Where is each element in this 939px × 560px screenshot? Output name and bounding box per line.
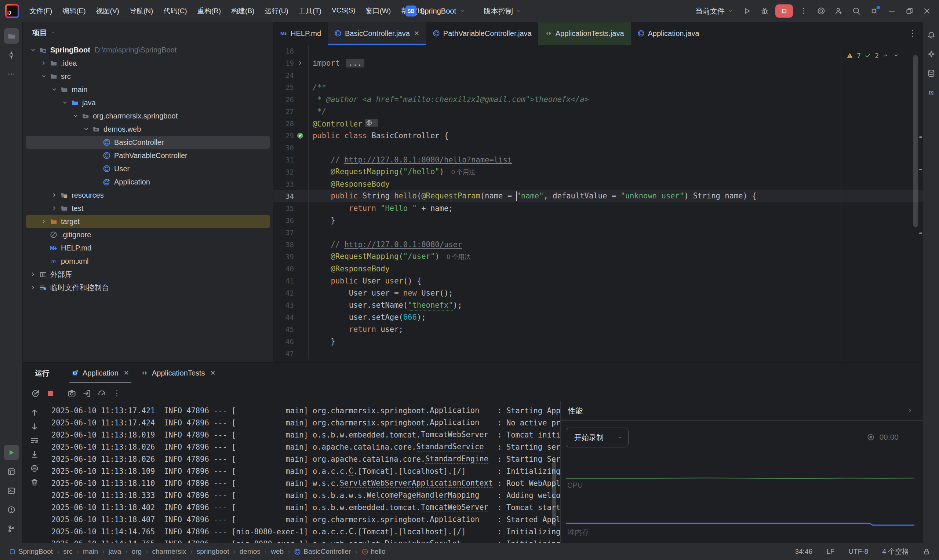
status-item[interactable]: UTF-8	[848, 548, 868, 555]
tree-item-demos.web[interactable]: demos.web	[26, 123, 270, 136]
tree-item-org.charmersix.springboot[interactable]: org.charmersix.springboot	[26, 109, 270, 123]
settings-button[interactable]	[867, 5, 881, 17]
chevron-down-icon[interactable]	[893, 52, 899, 58]
console-output[interactable]: 2025-06-10 11:13:17.421 INFO 47896 --- […	[51, 405, 560, 543]
chevron-down-icon[interactable]	[612, 435, 628, 440]
run-button[interactable]	[740, 5, 754, 17]
close-button[interactable]	[920, 5, 934, 17]
tree-item-main[interactable]: main	[26, 83, 270, 96]
logger-link[interactable]: Application	[430, 418, 479, 427]
tree-item--[interactable]: 临时文件和控制台	[26, 281, 270, 294]
console-scrollbar[interactable]	[552, 460, 556, 526]
warning-stripe-mark[interactable]	[919, 169, 922, 170]
start-recording-button[interactable]: 开始录制	[566, 428, 629, 448]
vcs-widget[interactable]: 版本控制	[484, 6, 522, 16]
breadcrumb-main[interactable]: main	[83, 548, 98, 555]
minimize-button[interactable]	[885, 5, 899, 17]
menu-c[interactable]: 代码(C)	[158, 3, 192, 19]
tool-window-button-run[interactable]	[4, 445, 19, 460]
tree-item-.gitignore[interactable]: .gitignore	[26, 228, 270, 241]
scroll-end-icon[interactable]	[30, 450, 39, 459]
tool-window-button-project[interactable]	[4, 28, 19, 44]
lock-icon[interactable]	[923, 548, 930, 555]
rerun-icon[interactable]	[31, 389, 40, 398]
tree-item-src[interactable]: src	[26, 70, 270, 83]
tree-item-application[interactable]: Application	[26, 175, 270, 189]
tool-window-button-commit[interactable]	[4, 47, 19, 63]
status-item[interactable]: 34:46	[795, 548, 813, 555]
tool-window-button-maven[interactable]: m	[924, 85, 939, 100]
logger-link[interactable]: C	[348, 466, 353, 475]
tree-item-target[interactable]: target	[26, 215, 270, 228]
screenshot-icon[interactable]	[67, 389, 76, 398]
arrow-down-icon[interactable]	[30, 422, 39, 431]
logger-link[interactable]: Application	[430, 515, 479, 524]
editor-tab-applicationtests-java[interactable]: ApplicationTests.java	[538, 22, 631, 45]
spring-leaf-icon[interactable]	[296, 132, 304, 139]
profiler-icon[interactable]	[97, 389, 106, 398]
arrow-up-icon[interactable]	[30, 408, 39, 417]
project-panel-header[interactable]: 项目	[23, 22, 273, 43]
tree-item-resources[interactable]: resources	[26, 189, 270, 202]
code-with-me-button[interactable]	[832, 5, 846, 17]
search-everywhere-button[interactable]	[850, 5, 863, 17]
chevron-right-icon[interactable]	[40, 218, 49, 225]
chevron-right-icon[interactable]	[29, 284, 39, 291]
tool-window-button-ai-assistant[interactable]	[924, 46, 939, 62]
chevron-down-icon[interactable]	[40, 72, 49, 80]
menu-r[interactable]: 重构(R)	[192, 3, 226, 19]
run-tab-application[interactable]: Application✕	[66, 363, 135, 383]
breadcrumb-java[interactable]: java	[109, 548, 122, 555]
logger-link[interactable]: WelcomePageHandlerMapping	[367, 491, 479, 500]
breadcrumb-springboot[interactable]: SpringBoot	[9, 548, 53, 555]
tree-item-pom.xml[interactable]: mpom.xml	[26, 254, 270, 268]
chevron-down-icon[interactable]	[72, 112, 82, 120]
tool-window-button-more-tool-windows[interactable]	[4, 66, 19, 82]
menu-w[interactable]: 窗口(W)	[360, 3, 396, 19]
more-actions-button[interactable]	[797, 5, 811, 17]
tree-item-java[interactable]: java	[26, 96, 270, 109]
chevron-right-icon[interactable]	[29, 271, 39, 278]
logger-link[interactable]: TomcatWebServer	[421, 503, 489, 512]
logger-link[interactable]: StandardEngine	[425, 454, 489, 463]
chevron-down-icon[interactable]	[61, 99, 71, 106]
warning-stripe-mark[interactable]	[919, 232, 922, 234]
chevron-right-icon[interactable]	[907, 408, 913, 414]
chevron-down-icon[interactable]	[51, 86, 60, 93]
logger-link[interactable]: TomcatWebServer	[421, 430, 489, 439]
tree-item-test[interactable]: test	[26, 202, 270, 215]
debug-button[interactable]	[758, 5, 772, 17]
breadcrumb-hello[interactable]: mhello	[361, 548, 385, 555]
idea-logo-icon[interactable]: IJ	[5, 4, 19, 18]
tool-window-button-terminal[interactable]	[4, 483, 19, 498]
editor-tab-help-md[interactable]: MHELP.md	[273, 22, 328, 45]
breadcrumb-org[interactable]: org	[132, 548, 142, 555]
menu-e[interactable]: 编辑(E)	[57, 3, 91, 19]
tree-item-.idea[interactable]: .idea	[26, 57, 270, 70]
tool-window-button-version-control[interactable]	[4, 521, 19, 537]
logger-link[interactable]: ServletWebServerApplicationContext	[340, 478, 493, 488]
clear-icon[interactable]	[30, 478, 39, 487]
chevron-up-icon[interactable]	[882, 52, 889, 58]
logger-link[interactable]: C	[348, 527, 353, 536]
breadcrumb-src[interactable]: src	[63, 548, 72, 555]
tree-item-user[interactable]: User	[26, 162, 270, 175]
code-editor[interactable]: 1819import ...2425/**26 * @author <a hre…	[273, 45, 923, 362]
tool-window-button-services[interactable]	[4, 464, 19, 479]
status-item[interactable]: LF	[826, 548, 834, 555]
menu-u[interactable]: 运行(U)	[259, 3, 293, 19]
editor-tab-pathvariablecontroller-java[interactable]: PathVariableController.java	[426, 22, 538, 45]
ai-assistant-button[interactable]	[814, 5, 828, 17]
close-tab-icon[interactable]: ✕	[414, 29, 419, 37]
tree-item-help.md[interactable]: MHELP.md	[26, 241, 270, 254]
menu-v[interactable]: 视图(V)	[91, 3, 124, 19]
run-configuration-selector[interactable]: 当前文件	[692, 5, 737, 17]
logger-link[interactable]: Application	[430, 406, 479, 415]
menu-t[interactable]: 工具(T)	[293, 3, 327, 19]
editor-tab-application-java[interactable]: Application.java	[631, 22, 706, 45]
close-tab-icon[interactable]: ✕	[124, 369, 129, 377]
print-icon[interactable]	[30, 464, 39, 473]
chevron-down-icon[interactable]	[83, 125, 92, 133]
exit-icon[interactable]	[82, 389, 91, 398]
project-widget[interactable]: SB SpringBoot	[406, 6, 465, 17]
